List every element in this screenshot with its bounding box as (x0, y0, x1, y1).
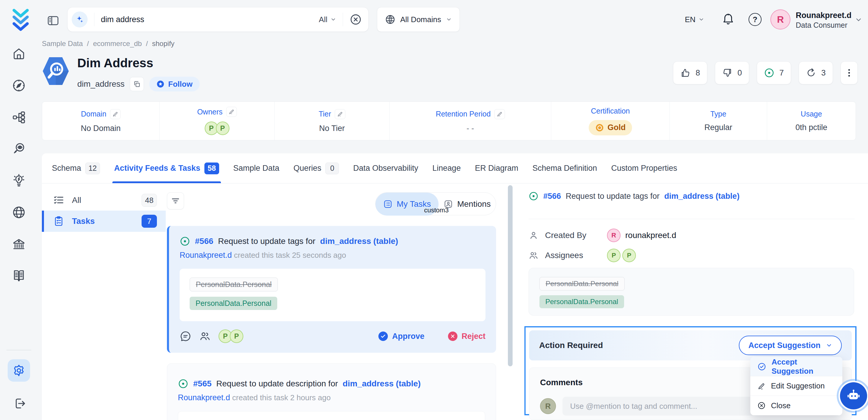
chatbot-button[interactable] (840, 382, 867, 409)
usage-label[interactable]: Usage (801, 110, 822, 118)
task-status-icon (180, 236, 190, 247)
compass-icon[interactable] (12, 79, 26, 93)
menu-item-label: Accept Suggestion (772, 357, 835, 376)
certification-label[interactable]: Certification (591, 107, 630, 115)
tab-custom-properties[interactable]: Custom Properties (611, 154, 677, 183)
divider (94, 13, 94, 26)
task-asset-link[interactable]: dim_address (table) (664, 192, 739, 201)
follow-label: Follow (168, 80, 192, 89)
tier-label[interactable]: Tier (318, 110, 331, 118)
pencil-icon (337, 111, 343, 117)
type-label[interactable]: Type (710, 110, 726, 118)
task-author-link[interactable]: Rounakpreet.d (180, 251, 232, 260)
retention-label[interactable]: Retention Period (436, 110, 491, 118)
user-menu-chevron-icon[interactable] (855, 16, 862, 24)
language-dropdown[interactable]: EN (685, 12, 704, 27)
copy-name-button[interactable] (130, 77, 144, 91)
comment-bubble-icon[interactable] (180, 330, 191, 342)
tab-data-observability[interactable]: Data Observability (353, 154, 418, 183)
settings-button[interactable] (8, 359, 30, 382)
task-asset-link[interactable]: dim_address (table) (343, 379, 421, 388)
breadcrumb-item[interactable]: shopify (152, 39, 175, 48)
home-icon[interactable] (12, 47, 26, 61)
ai-sparkles-icon (72, 11, 88, 27)
owner-avatar[interactable]: P (216, 121, 229, 135)
filter-lines-icon (171, 196, 180, 206)
downvotes-button[interactable]: 0 (715, 61, 749, 84)
feed-filter-all[interactable]: All 48 (42, 191, 166, 209)
task-card-566[interactable]: #566 Request to update tags for dim_addr… (167, 226, 496, 353)
menu-item-accept-suggestion[interactable]: Accept Suggestion (750, 357, 842, 376)
task-id-link[interactable]: #566 (543, 192, 561, 201)
notifications-bell-icon[interactable] (721, 12, 735, 25)
search-eye-icon[interactable] (12, 142, 26, 156)
menu-item-edit-suggestion[interactable]: Edit Suggestion (750, 376, 842, 396)
tab-lineage[interactable]: Lineage (432, 154, 461, 183)
task-card-565[interactable]: #565 Request to update description for d… (167, 363, 496, 420)
pencil-icon (112, 111, 118, 117)
refresh-button[interactable]: 3 (799, 61, 833, 84)
metadata-tier: Tier No Tier (275, 102, 390, 140)
creator-name[interactable]: rounakpreet.d (625, 231, 676, 240)
language-label: EN (685, 15, 695, 24)
task-author-link[interactable]: Rounakpreet.d (178, 393, 230, 402)
tab-schema[interactable]: Schema12 (52, 154, 100, 183)
task-id-link[interactable]: #566 (195, 237, 213, 246)
tab-activity-feeds-tasks[interactable]: Activity Feeds & Tasks58 (114, 154, 219, 183)
global-search[interactable]: dim address All (67, 7, 369, 32)
search-input[interactable]: dim address (101, 15, 319, 24)
x-circle-icon (448, 332, 458, 341)
owners-label[interactable]: Owners (197, 108, 222, 116)
more-actions-button[interactable] (841, 61, 858, 84)
breadcrumb-item[interactable]: Sample Data (42, 39, 83, 48)
follow-button[interactable]: Follow (149, 77, 199, 91)
created-by-row: Created By R rounakpreet.d (529, 228, 676, 243)
tab-schema-definition[interactable]: Schema Definition (532, 154, 597, 183)
tasks-count-button[interactable]: 7 (757, 61, 791, 84)
logout-icon[interactable] (13, 396, 27, 411)
action-dropdown-button[interactable]: Accept Suggestion (739, 336, 842, 355)
domain-label[interactable]: Domain (81, 110, 106, 118)
tab-sample-data[interactable]: Sample Data (233, 154, 279, 183)
assignee-avatar[interactable]: P (622, 249, 636, 262)
task-id-link[interactable]: #565 (193, 379, 212, 388)
approve-button[interactable]: Approve (378, 332, 425, 341)
assignees-row: Assignees P P (529, 248, 636, 263)
tab-queries[interactable]: Queries0 (293, 154, 339, 183)
all-domains-dropdown[interactable]: All Domains (377, 7, 460, 32)
old-tag-pill: PersonalData.Personal (190, 277, 278, 291)
breadcrumb-item[interactable]: ecommerce_db (93, 39, 142, 48)
task-asset-link[interactable]: dim_address (table) (320, 237, 398, 246)
task-suggestion-box: This dimension table contains the billin… (178, 411, 485, 420)
edit-owners-button[interactable] (226, 107, 237, 117)
globe-grid-icon[interactable] (12, 205, 26, 219)
edit-tier-button[interactable] (335, 109, 345, 119)
edit-domain-button[interactable] (110, 109, 121, 119)
insights-bulb-icon[interactable] (12, 173, 26, 187)
user-avatar[interactable]: R (770, 9, 790, 30)
creator-avatar[interactable]: R (607, 229, 621, 242)
bank-icon[interactable] (12, 237, 26, 251)
created-by-label: Created By (545, 231, 607, 240)
edit-retention-button[interactable] (494, 109, 505, 119)
assignees-people-icon[interactable] (199, 330, 211, 342)
search-scope-dropdown[interactable]: All (319, 15, 336, 24)
menu-item-close[interactable]: Close (750, 396, 842, 415)
app-logo[interactable] (11, 8, 31, 31)
feed-filter-tasks[interactable]: Tasks 7 (42, 211, 166, 232)
hierarchy-icon[interactable] (12, 110, 26, 124)
upvotes-button[interactable]: 8 (673, 61, 707, 84)
docs-book-icon[interactable] (12, 269, 26, 283)
assignee-avatar[interactable]: P (230, 329, 243, 343)
feed-scrollbar[interactable] (508, 185, 513, 366)
task-detail-header: #566 Request to update tags for dim_addr… (529, 191, 739, 201)
new-tag-pill: PersonalData.Personal (190, 297, 277, 310)
reject-button[interactable]: Reject (448, 332, 486, 341)
feed-filter-button[interactable] (167, 192, 184, 209)
assignee-avatar[interactable]: P (607, 249, 621, 262)
tab-er-diagram[interactable]: ER Diagram (475, 154, 518, 183)
help-icon[interactable]: ? (749, 13, 762, 26)
clear-search-icon[interactable] (349, 13, 362, 26)
sidebar-toggle-icon[interactable] (46, 14, 60, 27)
user-info[interactable]: Rounakpreet.d Data Consumer (796, 11, 851, 30)
